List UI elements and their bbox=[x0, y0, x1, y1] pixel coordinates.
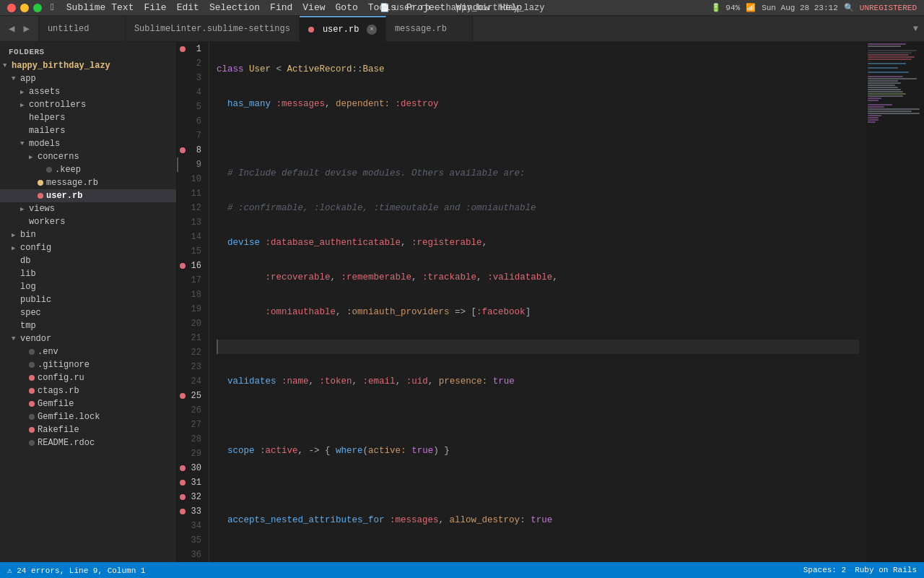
wifi-icon: 📶 bbox=[746, 3, 756, 12]
traffic-lights bbox=[7, 4, 42, 12]
sidebar-item-mailers[interactable]: ▶ mailers bbox=[0, 124, 176, 137]
code-editor[interactable]: class User < ActiveRecord::Base has_many… bbox=[209, 42, 866, 562]
tab-message-rb[interactable]: message.rb bbox=[386, 16, 473, 41]
tab-untitled-label: untitled bbox=[48, 24, 116, 34]
ln-28: 28 bbox=[177, 432, 209, 447]
titlebar-right: 🔋94% 📶 Sun Aug 28 23:12 🔍 UNREGISTERED bbox=[711, 3, 917, 12]
arrow-app: ▼ bbox=[12, 75, 20, 82]
sidebar-item-gemfile[interactable]: Gemfile bbox=[0, 397, 176, 410]
tab-bar: ◀ ▶ untitled SublimeLinter.sublime-setti… bbox=[0, 16, 924, 42]
ln-16: 16 bbox=[177, 259, 209, 273]
statusbar: ⚠ 24 errors, Line 9, Column 1 Spaces: 2 … bbox=[0, 562, 924, 578]
sidebar-item-config[interactable]: ▶ config bbox=[0, 241, 176, 254]
ln-26: 26 bbox=[177, 403, 209, 418]
tab-next-arrow[interactable]: ▶ bbox=[20, 21, 32, 36]
sidebar-item-views[interactable]: ▶ views bbox=[0, 202, 176, 215]
menu-edit[interactable]: Edit bbox=[177, 2, 199, 13]
sidebar-item-rakefile[interactable]: Rakefile bbox=[0, 423, 176, 436]
sidebar-item-workers[interactable]: ▶ workers bbox=[0, 215, 176, 228]
mini-l9 bbox=[868, 61, 871, 62]
tab-user-rb-label: user.rb bbox=[323, 25, 361, 35]
tab-close-user-rb[interactable]: × bbox=[367, 25, 377, 35]
sidebar-item-helpers[interactable]: ▶ helpers bbox=[0, 111, 176, 124]
sidebar-item-user-rb[interactable]: user.rb bbox=[0, 189, 176, 202]
sidebar-item-bin[interactable]: ▶ bin bbox=[0, 228, 176, 241]
sidebar-item-message-rb[interactable]: message.rb bbox=[0, 176, 176, 189]
ln-1: 1 bbox=[177, 42, 209, 56]
mini-l24 bbox=[868, 93, 906, 95]
ln-35: 35 bbox=[177, 533, 209, 548]
sidebar-item-lib[interactable]: ▶ lib bbox=[0, 267, 176, 280]
tab-sublimelinter[interactable]: SublimeLinter.sublime-settings bbox=[126, 16, 300, 41]
spec-label: spec bbox=[20, 308, 173, 318]
code-line-11 bbox=[217, 409, 859, 423]
menu-selection[interactable]: Selection bbox=[209, 2, 260, 13]
code-line-2: has_many :messages, dependent: :destroy bbox=[217, 97, 859, 111]
mini-l16 bbox=[868, 76, 903, 77]
sidebar-item-spec[interactable]: ▶ spec bbox=[0, 306, 176, 319]
sidebar-item-root[interactable]: ▼ happy_birthday_lazy bbox=[0, 59, 176, 72]
code-line-8: :omniauthable, :omniauth_providers => [:… bbox=[217, 305, 859, 319]
sidebar-item-public[interactable]: ▶ public bbox=[0, 293, 176, 306]
ln-13: 13 bbox=[177, 215, 209, 230]
sidebar-item-controllers[interactable]: ▶ controllers bbox=[0, 98, 176, 111]
menu-view[interactable]: View bbox=[302, 2, 325, 13]
mini-l10 bbox=[868, 63, 906, 64]
tab-user-rb[interactable]: user.rb × bbox=[300, 16, 386, 41]
mini-l35 bbox=[868, 117, 879, 118]
bp-32 bbox=[180, 494, 186, 500]
code-line-6: devise :database_authenticatable, :regis… bbox=[217, 236, 859, 250]
code-line-3 bbox=[217, 131, 859, 146]
maximize-button[interactable] bbox=[33, 4, 42, 12]
sidebar-item-log[interactable]: ▶ log bbox=[0, 280, 176, 293]
env-dot bbox=[29, 349, 35, 355]
sidebar-item-assets[interactable]: ▶ assets bbox=[0, 85, 176, 98]
log-label: log bbox=[20, 282, 173, 292]
mini-l11 bbox=[868, 65, 871, 66]
search-icon[interactable]: 🔍 bbox=[844, 3, 854, 12]
sidebar-item-tmp[interactable]: ▶ tmp bbox=[0, 319, 176, 332]
ctags-label: ctags.rb bbox=[38, 386, 173, 396]
tab-untitled[interactable]: untitled bbox=[39, 16, 126, 41]
bp-31 bbox=[180, 480, 186, 486]
arrow-views: ▶ bbox=[20, 205, 29, 213]
code-line-1: class User < ActiveRecord::Base bbox=[217, 62, 859, 77]
apple-menu[interactable]:  bbox=[51, 2, 56, 13]
title-text: user.rb — happy_birthday_lazy bbox=[394, 3, 545, 13]
env-label: .env bbox=[38, 347, 173, 357]
menu-find[interactable]: Find bbox=[270, 2, 292, 13]
ln-23: 23 bbox=[177, 360, 209, 374]
sidebar-item-keep[interactable]: .keep bbox=[0, 163, 176, 176]
mini-l36 bbox=[868, 119, 879, 121]
mini-l4 bbox=[868, 50, 917, 51]
menu-sublime-text[interactable]: Sublime Text bbox=[66, 2, 134, 13]
sidebar-item-models[interactable]: ▼ models bbox=[0, 137, 176, 150]
sidebar-item-app[interactable]: ▼ app bbox=[0, 72, 176, 85]
mini-l29 bbox=[868, 104, 892, 105]
scroll-end-arrow[interactable]: ▼ bbox=[913, 24, 918, 34]
sidebar-item-vendor[interactable]: ▼ vendor bbox=[0, 332, 176, 345]
sidebar-item-db[interactable]: ▶ db bbox=[0, 254, 176, 267]
tab-prev-arrow[interactable]: ◀ bbox=[6, 21, 17, 36]
sidebar-item-gitignore[interactable]: .gitignore bbox=[0, 358, 176, 371]
menu-goto[interactable]: Goto bbox=[336, 2, 358, 13]
sidebar-item-readme[interactable]: README.rdoc bbox=[0, 436, 176, 449]
mini-l17 bbox=[868, 78, 917, 79]
sidebar-item-ctags[interactable]: ctags.rb bbox=[0, 384, 176, 397]
sidebar-item-config-ru[interactable]: config.ru bbox=[0, 371, 176, 384]
gitignore-dot bbox=[29, 362, 35, 368]
minimize-button[interactable] bbox=[20, 4, 29, 12]
menu-file[interactable]: File bbox=[144, 2, 166, 13]
code-container[interactable]: 1 2 3 4 5 6 7 8 9 10 11 12 13 14 15 16 1… bbox=[177, 42, 924, 562]
lib-label: lib bbox=[20, 269, 173, 279]
mini-l23 bbox=[868, 91, 903, 92]
sidebar-item-env[interactable]: .env bbox=[0, 345, 176, 358]
close-button[interactable] bbox=[7, 4, 16, 12]
sidebar-item-concerns[interactable]: ▶ concerns bbox=[0, 150, 176, 163]
code-line-13 bbox=[217, 478, 859, 493]
title-icon: 📄 bbox=[380, 3, 390, 12]
ln-10: 10 bbox=[177, 172, 209, 186]
sidebar-item-gemfile-lock[interactable]: Gemfile.lock bbox=[0, 410, 176, 423]
ln-17: 17 bbox=[177, 273, 209, 288]
tab-sublimelinter-label: SublimeLinter.sublime-settings bbox=[134, 24, 290, 34]
